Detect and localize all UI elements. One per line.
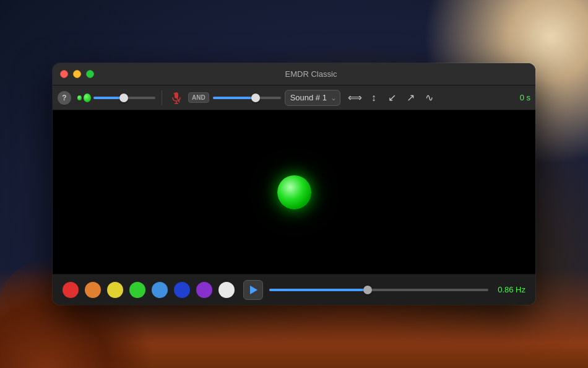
maximize-button[interactable] bbox=[86, 70, 94, 78]
wave-icon: ∿ bbox=[425, 92, 433, 103]
color-purple[interactable] bbox=[196, 282, 212, 298]
bottom-bar: 0.86 Hz bbox=[53, 274, 535, 305]
color-red[interactable] bbox=[63, 282, 79, 298]
titlebar: EMDR Classic bbox=[53, 63, 535, 85]
diagonal-up-icon: ↗ bbox=[407, 92, 415, 103]
ball-size-control bbox=[77, 91, 155, 105]
minimize-button[interactable] bbox=[73, 70, 81, 78]
sound-volume-slider[interactable] bbox=[213, 97, 281, 99]
color-green[interactable] bbox=[129, 282, 145, 298]
color-light-blue[interactable] bbox=[152, 282, 168, 298]
ball-small-icon bbox=[77, 95, 82, 100]
play-button[interactable] bbox=[243, 280, 263, 300]
horizontal-arrow-icon: ⟺ bbox=[348, 92, 362, 103]
color-yellow[interactable] bbox=[107, 282, 123, 298]
wave-button[interactable]: ∿ bbox=[421, 89, 438, 107]
diagonal-down-button[interactable]: ↙ bbox=[384, 89, 401, 107]
vertical-arrow-icon: ↕ bbox=[371, 92, 376, 103]
speed-slider[interactable] bbox=[269, 289, 488, 291]
sound-select[interactable]: Sound # 1 Sound # 2 Sound # 3 Sound # 4 bbox=[285, 90, 340, 106]
sound-select-wrapper[interactable]: Sound # 1 Sound # 2 Sound # 3 Sound # 4 bbox=[285, 90, 340, 106]
microphone-button[interactable] bbox=[168, 90, 184, 106]
help-button[interactable]: ? bbox=[58, 91, 71, 105]
ball-large-icon bbox=[84, 94, 91, 102]
hz-display: 0.86 Hz bbox=[495, 285, 525, 294]
time-display: 0 s bbox=[512, 93, 530, 102]
and-badge: AND bbox=[188, 92, 209, 103]
close-button[interactable] bbox=[60, 70, 68, 78]
canvas-area[interactable] bbox=[53, 110, 535, 274]
main-window: EMDR Classic ? AN bbox=[53, 63, 535, 305]
vertical-motion-button[interactable]: ↕ bbox=[365, 89, 383, 107]
ball-size-slider[interactable] bbox=[93, 97, 155, 99]
window-title: EMDR Classic bbox=[94, 69, 528, 79]
ball-size-icon bbox=[77, 91, 91, 105]
color-blue[interactable] bbox=[174, 282, 190, 298]
toolbar-icons: ⟺ ↕ ↙ ↗ ∿ bbox=[347, 89, 438, 107]
toolbar-divider-1 bbox=[162, 90, 162, 105]
play-icon bbox=[250, 286, 257, 294]
color-white[interactable] bbox=[218, 282, 235, 298]
animation-ball bbox=[277, 175, 311, 209]
toolbar: ? AND bbox=[53, 85, 535, 110]
microphone-icon bbox=[171, 92, 181, 104]
traffic-lights bbox=[60, 70, 94, 78]
horizontal-motion-button[interactable]: ⟺ bbox=[347, 89, 364, 107]
diagonal-up-button[interactable]: ↗ bbox=[402, 89, 420, 107]
diagonal-down-icon: ↙ bbox=[388, 92, 396, 103]
color-orange[interactable] bbox=[85, 282, 101, 298]
